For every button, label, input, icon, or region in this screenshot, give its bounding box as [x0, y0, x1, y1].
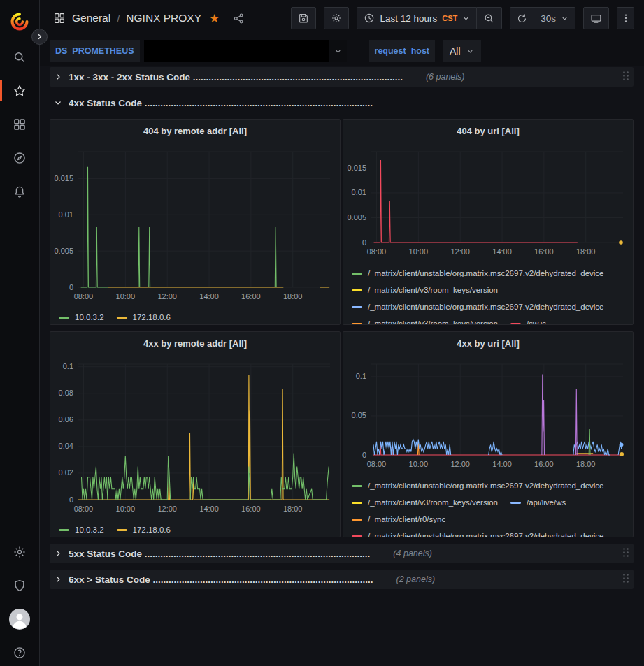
svg-text:18:00: 18:00 — [283, 292, 303, 301]
apps-grid-icon[interactable] — [53, 12, 66, 24]
help-icon[interactable] — [0, 636, 39, 666]
star-icon[interactable]: ★ — [209, 11, 220, 26]
legend-item[interactable]: /_matrix/client/unstable/org.matrix.msc2… — [352, 269, 604, 277]
time-series-chart[interactable]: 00.050.108:0010:0012:0014:0016:0018:00 — [343, 356, 633, 476]
panel-legend: /_matrix/client/unstable/org.matrix.msc2… — [343, 476, 633, 537]
variable-select-request-host[interactable]: All — [443, 40, 481, 62]
legend-item[interactable]: /_matrix/client/unstable/org.matrix.msc2… — [352, 532, 604, 537]
legend-item[interactable]: /_matrix/client/v3/room_keys/version — [352, 498, 498, 507]
svg-text:16:00: 16:00 — [534, 460, 554, 468]
svg-text:08:00: 08:00 — [367, 247, 387, 256]
server-admin-icon[interactable] — [0, 569, 39, 602]
legend-item[interactable]: /_matrix/client/unstable/org.matrix.msc2… — [352, 303, 604, 311]
chevron-down-icon — [462, 15, 470, 22]
row-drag-handle[interactable] — [622, 573, 629, 586]
chevron-right-icon — [54, 549, 62, 558]
dashboard-settings-button[interactable] — [324, 7, 349, 29]
legend-item[interactable]: 172.18.0.6 — [117, 313, 171, 321]
legend-item[interactable]: 172.18.0.6 — [117, 526, 171, 534]
dashboard-title[interactable]: NGINX PROXY — [126, 12, 201, 24]
panel-404-by-uri: 404 by uri [All] 00.0050.010.01508:0010:… — [343, 119, 634, 325]
panel-title[interactable]: 4xx by uri [All] — [343, 332, 633, 356]
svg-text:0.1: 0.1 — [356, 372, 366, 380]
svg-text:0.06: 0.06 — [59, 415, 73, 424]
legend-item[interactable]: /_matrix/client/v3/room_keys/version — [352, 319, 498, 324]
row-5xx[interactable]: 5xx Status Code ........................… — [50, 544, 634, 563]
legend-item[interactable]: 10.0.3.2 — [59, 313, 104, 321]
variable-label-ds[interactable]: DS_PROMETHEUS — [50, 40, 140, 62]
zoom-out-button[interactable] — [477, 7, 502, 29]
panel-title[interactable]: 404 by uri [All] — [343, 120, 633, 143]
save-dashboard-button[interactable] — [291, 7, 316, 29]
time-range-picker[interactable]: Last 12 hours CST — [357, 7, 477, 29]
breadcrumb-section[interactable]: General — [72, 12, 110, 24]
svg-text:12:00: 12:00 — [450, 460, 470, 468]
row-drag-handle[interactable] — [622, 547, 629, 560]
svg-text:0.01: 0.01 — [352, 188, 366, 196]
legend-item[interactable]: /_matrix/client/r0/sync — [352, 515, 445, 523]
svg-text:18:00: 18:00 — [576, 460, 596, 468]
panel-title[interactable]: 4xx by remote addr [All] — [50, 332, 340, 356]
svg-text:14:00: 14:00 — [199, 292, 219, 301]
variable-label-request-host[interactable]: request_host — [369, 40, 436, 62]
svg-text:08:00: 08:00 — [367, 460, 387, 468]
svg-text:0: 0 — [69, 495, 73, 504]
svg-text:12:00: 12:00 — [157, 505, 177, 513]
svg-text:10:00: 10:00 — [409, 247, 429, 256]
svg-text:0: 0 — [69, 283, 73, 291]
variable-select-ds[interactable] — [144, 40, 347, 62]
chevron-right-icon — [54, 73, 62, 81]
svg-text:12:00: 12:00 — [450, 247, 470, 256]
panel-grid: 404 by remote addr [All] 00.0050.010.015… — [50, 119, 634, 537]
svg-text:16:00: 16:00 — [241, 292, 261, 301]
row-4xx[interactable]: 4xx Status Code ........................… — [50, 93, 634, 113]
svg-text:16:00: 16:00 — [534, 247, 554, 256]
row-1xx-3xx-2xx[interactable]: 1xx - 3xx - 2xx Status Code ............… — [50, 67, 634, 87]
starred-icon[interactable] — [0, 74, 39, 108]
svg-text:0.01: 0.01 — [59, 210, 73, 219]
alerting-icon[interactable] — [0, 175, 39, 208]
dashboards-icon[interactable] — [0, 108, 39, 141]
svg-text:10:00: 10:00 — [116, 292, 136, 301]
legend-item[interactable]: /sw.js — [510, 319, 546, 324]
svg-text:0.015: 0.015 — [347, 164, 366, 172]
dashboard-header: General / NGINX PROXY ★ Last 12 hours CS… — [40, 0, 644, 36]
row-drag-handle[interactable] — [622, 71, 629, 84]
panel-legend: 10.0.3.2172.18.0.6 — [50, 521, 340, 537]
legend-item[interactable]: /api/live/ws — [510, 498, 566, 507]
legend-item[interactable]: /_matrix/client/v3/room_keys/version — [352, 286, 498, 294]
search-icon[interactable] — [0, 41, 39, 74]
sidebar-expand-button[interactable] — [31, 29, 48, 45]
chevron-down-icon — [561, 15, 568, 22]
share-icon[interactable] — [233, 13, 245, 24]
refresh-button[interactable] — [510, 7, 534, 29]
tv-mode-button[interactable] — [583, 7, 609, 29]
svg-text:0.08: 0.08 — [59, 389, 73, 397]
legend-item[interactable]: /_matrix/client/unstable/org.matrix.msc2… — [352, 482, 604, 490]
svg-text:08:00: 08:00 — [74, 292, 94, 301]
svg-text:0.04: 0.04 — [59, 442, 73, 450]
time-series-chart[interactable]: 00.0050.010.01508:0010:0012:0014:0016:00… — [50, 143, 340, 308]
refresh-interval-picker[interactable]: 30s — [534, 7, 575, 29]
svg-text:14:00: 14:00 — [492, 460, 512, 468]
grafana-logo[interactable] — [10, 10, 29, 34]
row-6xx[interactable]: 6xx > Status Code ......................… — [50, 570, 634, 589]
kebab-menu-button[interactable] — [617, 7, 634, 29]
variable-value-redacted — [144, 40, 329, 62]
svg-text:0.005: 0.005 — [347, 213, 366, 222]
time-series-chart[interactable]: 00.0050.010.01508:0010:0012:0014:0016:00… — [343, 143, 633, 263]
user-avatar[interactable] — [0, 602, 39, 636]
explore-icon[interactable] — [0, 141, 39, 175]
configuration-icon[interactable] — [0, 535, 39, 569]
chevron-right-icon — [54, 575, 62, 584]
legend-item[interactable]: 10.0.3.2 — [59, 526, 104, 534]
panel-4xx-by-remote-addr: 4xx by remote addr [All] 00.020.040.060.… — [50, 331, 341, 537]
time-series-chart[interactable]: 00.020.040.060.080.108:0010:0012:0014:00… — [50, 356, 340, 521]
chevron-down-icon — [466, 48, 474, 55]
svg-text:0.015: 0.015 — [54, 174, 73, 182]
panel-legend: 10.0.3.2172.18.0.6 — [50, 308, 340, 324]
svg-text:10:00: 10:00 — [116, 505, 136, 513]
panel-title[interactable]: 404 by remote addr [All] — [50, 120, 340, 143]
svg-text:0.02: 0.02 — [59, 468, 73, 477]
svg-text:08:00: 08:00 — [74, 505, 94, 513]
